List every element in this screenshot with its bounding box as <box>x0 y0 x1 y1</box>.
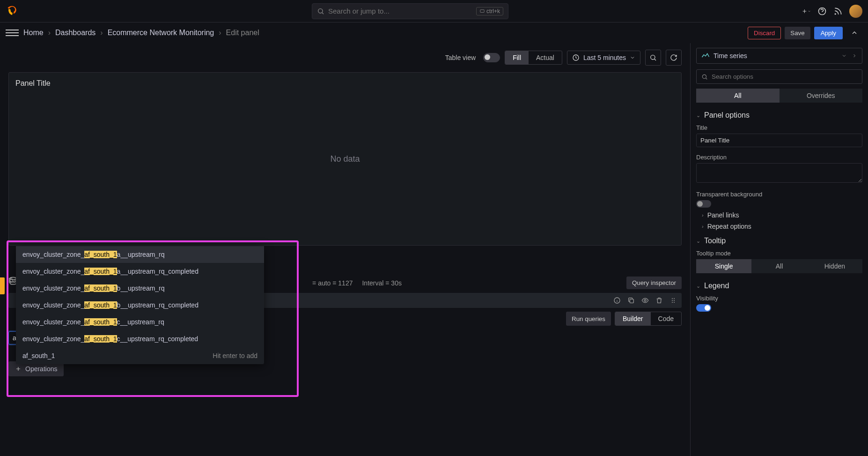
collapse-sidebar[interactable] <box>846 25 862 41</box>
section-panel-options[interactable]: ⌄Panel options <box>696 111 862 120</box>
breadcrumb: Home › Dashboards › Ecommerce Network Mo… <box>23 29 259 37</box>
dropdown-item[interactable]: envoy_cluster_zone_af_south_1c__upstream… <box>16 330 264 347</box>
svg-rect-1 <box>480 9 484 12</box>
user-avatar[interactable] <box>849 5 862 18</box>
chevron-down-icon <box>630 55 635 60</box>
svg-point-9 <box>644 299 646 301</box>
query-inspector-button[interactable]: Query inspector <box>626 277 682 289</box>
search-input[interactable] <box>328 7 472 15</box>
section-tooltip[interactable]: ⌄Tooltip <box>696 237 862 245</box>
drag-icon[interactable] <box>669 297 677 304</box>
panel-preview: Panel Title No data <box>8 72 682 246</box>
table-view-label: Table view <box>445 54 476 61</box>
info-icon[interactable] <box>613 297 621 304</box>
discard-button[interactable]: Discard <box>748 27 781 39</box>
news-icon[interactable] <box>833 7 843 16</box>
interval-info: Interval = 30s <box>362 279 401 287</box>
dropdown-manual-entry[interactable]: af_south_1 Hit enter to add <box>16 347 264 364</box>
code-tab[interactable]: Code <box>651 312 681 325</box>
tab-all[interactable]: All <box>696 89 780 103</box>
builder-code-segment[interactable]: Builder Code <box>615 312 682 326</box>
trash-icon[interactable] <box>655 297 663 304</box>
svg-point-11 <box>674 298 675 299</box>
save-button[interactable]: Save <box>785 27 810 39</box>
transparent-toggle[interactable] <box>696 200 711 208</box>
tooltip-hidden[interactable]: Hidden <box>807 259 862 273</box>
svg-point-17 <box>702 75 706 78</box>
no-data-message: No data <box>330 154 360 164</box>
fill-actual-segment[interactable]: Fill Actual <box>505 51 562 65</box>
clock-icon <box>572 54 580 61</box>
visibility-toggle[interactable] <box>696 304 711 312</box>
title-input[interactable] <box>696 134 862 147</box>
svg-point-0 <box>318 8 323 13</box>
description-input[interactable] <box>696 163 862 183</box>
dropdown-item[interactable]: envoy_cluster_zone_af_south_1b__upstream… <box>16 280 264 297</box>
grafana-logo[interactable] <box>6 5 19 18</box>
crumb-dashboards[interactable]: Dashboards <box>55 29 96 37</box>
crumb-home[interactable]: Home <box>23 29 44 37</box>
eye-icon[interactable] <box>641 297 649 304</box>
dropdown-item[interactable]: envoy_cluster_zone_af_south_1c__upstream… <box>16 314 264 330</box>
crumb-dashboard[interactable]: Ecommerce Network Monitoring <box>108 29 214 37</box>
orange-tab-indicator <box>0 277 5 294</box>
menu-toggle[interactable] <box>6 26 19 39</box>
copy-icon[interactable] <box>627 297 635 304</box>
run-queries-button[interactable]: Run queries <box>566 312 611 326</box>
svg-rect-8 <box>630 299 633 303</box>
builder-tab[interactable]: Builder <box>615 312 651 325</box>
repeat-options-item[interactable]: ›Repeat options <box>702 223 862 230</box>
section-legend[interactable]: ⌄Legend <box>696 282 862 290</box>
tooltip-mode-segment[interactable]: Single All Hidden <box>696 259 862 273</box>
table-view-toggle[interactable] <box>483 53 500 62</box>
svg-point-10 <box>672 298 673 299</box>
time-range-picker[interactable]: Last 5 minutes <box>567 51 640 65</box>
svg-point-14 <box>672 302 673 303</box>
options-search-input[interactable] <box>712 73 857 80</box>
svg-point-5 <box>651 55 655 60</box>
panel-links-item[interactable]: ›Panel links <box>702 211 862 219</box>
metric-autocomplete-dropdown: envoy_cluster_zone_af_south_1a__upstream… <box>16 246 264 364</box>
timeseries-icon <box>701 52 710 59</box>
kbd-hint: ctrl+k <box>476 7 503 15</box>
tooltip-mode-label: Tooltip mode <box>696 250 862 257</box>
svg-point-13 <box>674 300 675 301</box>
visibility-label: Visibility <box>696 295 862 302</box>
svg-point-6 <box>10 277 16 280</box>
svg-point-12 <box>672 300 673 301</box>
svg-point-15 <box>674 302 675 303</box>
tooltip-single[interactable]: Single <box>696 259 751 273</box>
fill-option[interactable]: Fill <box>505 51 529 64</box>
actual-option[interactable]: Actual <box>529 51 562 64</box>
crumb-current: Edit panel <box>226 29 259 37</box>
help-icon[interactable] <box>817 7 827 16</box>
options-tabs[interactable]: All Overrides <box>696 89 862 103</box>
options-search[interactable] <box>696 69 862 84</box>
svg-point-3 <box>835 14 836 15</box>
global-search[interactable]: ctrl+k <box>312 3 508 19</box>
add-menu[interactable] <box>802 7 811 16</box>
refresh-button[interactable] <box>666 50 682 66</box>
dropdown-item[interactable]: envoy_cluster_zone_af_south_1b__upstream… <box>16 297 264 314</box>
zoom-out-button[interactable] <box>645 50 661 66</box>
tab-overrides[interactable]: Overrides <box>780 89 863 103</box>
visualization-picker[interactable]: Time series <box>696 48 862 64</box>
dropdown-item[interactable]: envoy_cluster_zone_af_south_1a__upstream… <box>16 263 264 280</box>
search-icon <box>317 7 324 15</box>
tooltip-all[interactable]: All <box>751 259 807 273</box>
transparent-label: Transparent background <box>696 191 862 198</box>
description-label: Description <box>696 154 862 161</box>
apply-button[interactable]: Apply <box>814 27 843 39</box>
dropdown-item[interactable]: envoy_cluster_zone_af_south_1a__upstream… <box>16 246 264 263</box>
panel-title: Panel Title <box>15 79 675 88</box>
title-label: Title <box>696 124 862 131</box>
auto-info: = auto = 1127 <box>312 279 353 287</box>
